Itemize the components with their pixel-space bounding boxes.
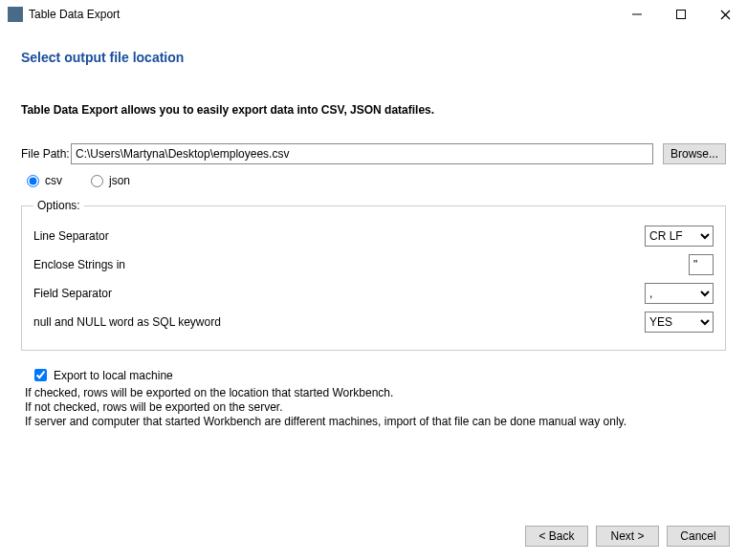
svg-rect-1 xyxy=(677,11,686,19)
file-path-label: File Path: xyxy=(21,147,71,161)
titlebar: Table Data Export xyxy=(0,0,747,29)
radio-csv-label: csv xyxy=(45,174,62,187)
null-keyword-label: null and NULL word as SQL keyword xyxy=(33,315,645,329)
export-local-checkbox[interactable]: Export to local machine xyxy=(31,366,726,384)
window-title: Table Data Export xyxy=(29,8,615,21)
wizard-footer: < Back Next > Cancel xyxy=(525,526,730,547)
page-heading: Select output file location xyxy=(21,50,726,65)
null-keyword-select[interactable]: YES xyxy=(645,312,714,333)
back-button[interactable]: < Back xyxy=(525,526,588,547)
maximize-button[interactable] xyxy=(659,0,703,29)
page-subheading: Table Data Export allows you to easily e… xyxy=(21,103,726,117)
export-local-help: If checked, rows will be exported on the… xyxy=(25,386,726,429)
content-area: Select output file location Table Data E… xyxy=(0,29,747,429)
help-line-3: If server and computer that started Work… xyxy=(25,415,726,429)
window-controls xyxy=(615,0,747,29)
format-radios: csv json xyxy=(27,174,726,187)
line-separator-select[interactable]: CR LF xyxy=(645,226,714,247)
enclose-strings-label: Enclose Strings in xyxy=(33,258,689,271)
file-path-row: File Path: Browse... xyxy=(21,143,726,164)
file-path-input[interactable] xyxy=(71,143,653,164)
export-local-checkbox-input[interactable] xyxy=(34,369,47,381)
options-group: Options: Line Separator CR LF Enclose St… xyxy=(21,199,726,351)
help-line-1: If checked, rows will be exported on the… xyxy=(25,386,726,400)
field-separator-select[interactable]: , xyxy=(645,283,714,304)
option-line-separator-row: Line Separator CR LF xyxy=(33,222,714,250)
options-legend: Options: xyxy=(33,199,84,212)
field-separator-label: Field Separator xyxy=(33,287,645,300)
radio-json-label: json xyxy=(109,174,130,187)
radio-json-input[interactable] xyxy=(91,175,103,187)
next-button[interactable]: Next > xyxy=(596,526,659,547)
radio-csv[interactable]: csv xyxy=(27,174,62,187)
cancel-button[interactable]: Cancel xyxy=(667,526,730,547)
app-icon xyxy=(8,7,23,22)
export-local-label: Export to local machine xyxy=(54,369,173,382)
option-null-keyword-row: null and NULL word as SQL keyword YES xyxy=(33,308,714,336)
radio-json[interactable]: json xyxy=(91,174,130,187)
browse-button[interactable]: Browse... xyxy=(663,143,726,164)
minimize-button[interactable] xyxy=(615,0,659,29)
option-enclose-strings-row: Enclose Strings in xyxy=(33,250,714,279)
option-field-separator-row: Field Separator , xyxy=(33,279,714,308)
help-line-2: If not checked, rows will be exported on… xyxy=(25,400,726,415)
line-separator-label: Line Separator xyxy=(33,229,645,243)
close-button[interactable] xyxy=(703,0,747,29)
enclose-strings-input[interactable] xyxy=(689,254,714,275)
radio-csv-input[interactable] xyxy=(27,175,39,187)
